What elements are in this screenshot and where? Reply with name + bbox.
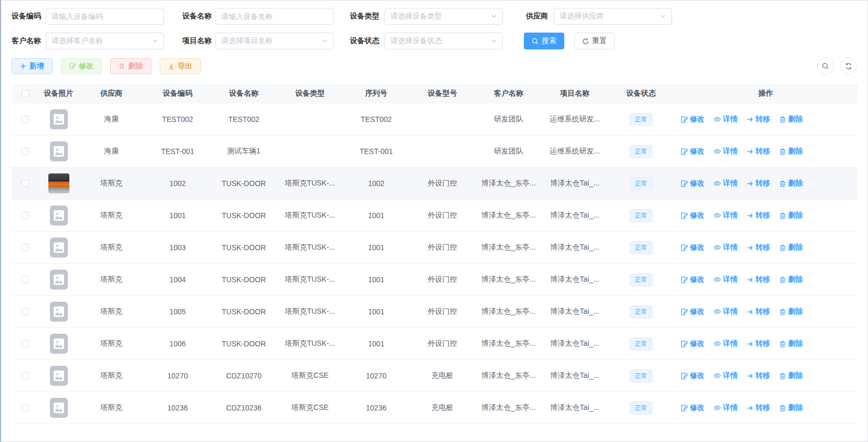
- image-placeholder-icon[interactable]: [50, 238, 68, 258]
- row-transfer-action[interactable]: 转移: [747, 339, 770, 348]
- table-search-toggle-button[interactable]: [817, 58, 834, 75]
- row-detail-action[interactable]: 详情: [714, 339, 738, 348]
- image-placeholder-icon[interactable]: [50, 270, 68, 290]
- row-detail-action[interactable]: 详情: [714, 211, 738, 220]
- device-status-cell: 正常: [608, 337, 674, 351]
- select-all-checkbox[interactable]: [22, 90, 29, 97]
- device-type-cell: 塔斯克TUSK-...: [277, 243, 343, 252]
- device-type-label: 设备类型: [349, 12, 379, 21]
- row-detail-action[interactable]: 详情: [714, 403, 738, 413]
- device-photo-cell: [39, 205, 78, 225]
- row-delete-action[interactable]: 删除: [779, 115, 803, 124]
- status-badge: 正常: [629, 209, 653, 222]
- eye-icon: [714, 116, 721, 123]
- row-checkbox[interactable]: [22, 244, 29, 251]
- row-delete-action[interactable]: 删除: [779, 403, 803, 413]
- row-transfer-action[interactable]: 转移: [747, 307, 770, 316]
- search-button[interactable]: 搜索: [524, 33, 564, 49]
- row-detail-action[interactable]: 详情: [714, 115, 738, 124]
- table-refresh-button[interactable]: [840, 58, 857, 75]
- edit-button[interactable]: 修改: [61, 58, 102, 74]
- row-transfer-action[interactable]: 转移: [747, 371, 770, 381]
- row-transfer-action[interactable]: 转移: [747, 147, 770, 156]
- row-detail-action[interactable]: 详情: [714, 371, 738, 381]
- row-delete-action[interactable]: 删除: [779, 307, 803, 316]
- row-checkbox[interactable]: [22, 276, 29, 283]
- row-edit-action[interactable]: 修改: [681, 275, 705, 284]
- supplier-cell: 塔斯克: [78, 275, 144, 284]
- row-delete-action[interactable]: 删除: [779, 339, 803, 348]
- row-detail-action[interactable]: 详情: [714, 179, 738, 188]
- device-status-select[interactable]: 请选择设备状态: [385, 33, 503, 49]
- row-edit-action[interactable]: 修改: [681, 403, 705, 413]
- row-detail-action[interactable]: 详情: [714, 147, 738, 156]
- row-checkbox[interactable]: [22, 212, 29, 219]
- row-edit-action[interactable]: 修改: [681, 179, 705, 188]
- image-placeholder-icon[interactable]: [50, 398, 68, 418]
- trash-icon: [779, 309, 786, 315]
- row-edit-action[interactable]: 修改: [681, 243, 705, 252]
- row-edit-action[interactable]: 修改: [681, 307, 705, 316]
- add-button[interactable]: 新增: [12, 58, 53, 74]
- row-delete-action[interactable]: 删除: [779, 275, 803, 284]
- row-transfer-action[interactable]: 转移: [747, 275, 770, 284]
- image-placeholder-icon[interactable]: [50, 109, 68, 129]
- row-checkbox[interactable]: [22, 372, 29, 379]
- row-edit-action[interactable]: 修改: [681, 147, 705, 156]
- project-select[interactable]: 请选择项目名称: [215, 33, 334, 49]
- supplier-select[interactable]: 请选择供应商: [554, 8, 672, 25]
- row-delete-action[interactable]: 删除: [779, 371, 803, 381]
- device-photo-cell: [39, 398, 78, 418]
- device-code-input[interactable]: [46, 8, 164, 25]
- row-detail-action[interactable]: 详情: [714, 243, 738, 252]
- row-checkbox[interactable]: [22, 340, 29, 347]
- device-type-cell: 塔斯克TUSK-...: [277, 211, 343, 220]
- refresh-icon: [845, 63, 852, 70]
- row-transfer-action[interactable]: 转移: [747, 115, 770, 124]
- export-button[interactable]: 导出: [160, 58, 201, 74]
- row-checkbox[interactable]: [22, 116, 29, 123]
- row-edit-action[interactable]: 修改: [681, 371, 705, 381]
- row-checkbox[interactable]: [22, 180, 29, 187]
- reset-button[interactable]: 重置: [574, 33, 615, 49]
- arrow-right-icon: [747, 309, 753, 315]
- row-checkbox[interactable]: [22, 404, 29, 412]
- row-transfer-action[interactable]: 转移: [747, 243, 770, 252]
- image-placeholder-icon[interactable]: [50, 366, 68, 386]
- arrow-right-icon: [747, 373, 753, 379]
- row-checkbox[interactable]: [22, 148, 29, 155]
- row-transfer-action[interactable]: 转移: [747, 179, 770, 188]
- form-group-device-type: 设备类型 请选择设备类型: [349, 8, 503, 25]
- image-placeholder-icon[interactable]: [50, 334, 68, 354]
- form-group-device-code: 设备编码: [8, 8, 164, 25]
- row-edit-action[interactable]: 修改: [681, 339, 705, 348]
- row-edit-action[interactable]: 修改: [681, 115, 705, 124]
- delete-button[interactable]: 删除: [110, 58, 151, 74]
- row-detail-action[interactable]: 详情: [714, 275, 738, 284]
- row-detail-action[interactable]: 详情: [714, 307, 738, 316]
- row-transfer-action[interactable]: 转移: [747, 211, 770, 220]
- device-type-select[interactable]: 请选择设备类型: [385, 8, 503, 25]
- customer-select[interactable]: 请选择客户名称: [46, 33, 164, 49]
- image-placeholder-icon[interactable]: [50, 205, 68, 225]
- device-photo[interactable]: [48, 173, 69, 193]
- edit-icon: [681, 405, 688, 412]
- device-name-input[interactable]: [215, 8, 334, 25]
- device-name-label: 设备名称: [182, 12, 212, 21]
- edit-icon: [681, 276, 688, 283]
- row-delete-action[interactable]: 删除: [779, 179, 803, 188]
- device-model-cell: 外设门控: [409, 275, 476, 284]
- image-placeholder-icon[interactable]: [50, 302, 68, 322]
- row-delete-action[interactable]: 删除: [779, 147, 803, 156]
- row-edit-action[interactable]: 修改: [681, 211, 705, 220]
- image-placeholder-icon[interactable]: [50, 141, 68, 161]
- row-checkbox[interactable]: [22, 308, 29, 315]
- arrow-right-icon: [747, 341, 753, 347]
- row-transfer-action[interactable]: 转移: [747, 403, 770, 413]
- customer-name-cell: 博泽太仓_东亭...: [476, 339, 542, 348]
- device-code-cell: 1002: [144, 179, 211, 188]
- device-name-cell: CDZ10236: [211, 404, 277, 412]
- trash-icon: [779, 180, 786, 187]
- row-delete-action[interactable]: 删除: [779, 211, 803, 220]
- row-delete-action[interactable]: 删除: [779, 243, 803, 252]
